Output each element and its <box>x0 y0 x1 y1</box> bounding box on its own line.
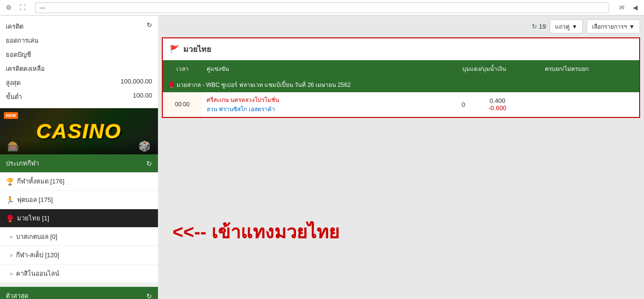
event-label: มวยสากล - WBC ซูเปอร์ ฟลายเวท แชมป์เปี้ย… <box>176 82 350 88</box>
ticket-label: ยอดปัญชี <box>6 50 31 60</box>
casino-banner[interactable]: NEW CASINO 🎰 🎲 <box>0 108 158 154</box>
select-label: เลือกรายการฯ <box>592 22 627 31</box>
play-label: ยอดการเล่น <box>6 35 38 46</box>
casino-chip-right: 🎲 <box>139 140 151 152</box>
casino-title: CASINO <box>36 120 122 143</box>
odds-center-value: 0 <box>462 101 465 108</box>
match-row[interactable]: 00:00 ศรีสะเกษ นครหลวงโปรโมชั่น ฮวน ฟราน… <box>163 92 639 117</box>
match-time: 00:00 <box>163 92 202 117</box>
refresh-icon: ↻ <box>532 23 537 30</box>
sidebar: เครดิต ↻ ยอดการเล่น ยอดปัญชี เครดิตคงเหล… <box>0 16 158 299</box>
address-bar[interactable]: --- <box>35 2 609 13</box>
account-refresh-icon[interactable]: ↻ <box>147 21 152 32</box>
max-value: 100,000.00 <box>121 78 152 88</box>
account-section: เครดิต ↻ ยอดการเล่น ยอดปัญชี เครดิตคงเหล… <box>0 16 158 108</box>
min-value: 100.00 <box>133 92 152 102</box>
sidebar-item-all-sports[interactable]: 🏆 กีฬาทั้งหมด [176] <box>0 172 158 191</box>
sidebar-item-muaythai[interactable]: 🥊 มวยไทย [1] <box>0 209 158 228</box>
refresh-count: ↻ 19 <box>532 23 546 30</box>
casino-online-label: คาสิโนออนไลน์ <box>16 268 59 279</box>
remaining-label: เครดิตคงเหลือ <box>6 64 45 74</box>
event-row: 🥊 มวยสากล - WBC ซูเปอร์ ฟลายเวท แชมป์เปี… <box>163 77 639 92</box>
sports-section-header: ประเภทกีฬา ↻ <box>0 154 158 172</box>
muaythai-flag-icon: 🚩 <box>170 45 179 54</box>
th-status: ครบยก/ไม่ครบยก <box>523 60 610 77</box>
muaythai-header: 🚩 มวยไทย <box>163 38 639 60</box>
casino-chip-left: 🎰 <box>7 140 19 152</box>
max-row: สูงสุด 100,000.00 <box>6 76 152 90</box>
min-row: ขั้นต่ำ 100.00 <box>6 90 152 104</box>
mail-icon[interactable]: ✉ <box>617 3 627 13</box>
odds-refresh-icon[interactable]: ↻ <box>146 292 152 299</box>
step-label: กีฬา-สเต็ป [120] <box>16 250 59 260</box>
step-prefix: » <box>10 252 13 259</box>
odds-table: เวลา คู่แข่งขัน บุมแดง/บุมน้ำเงิน ครบยก/… <box>163 60 639 117</box>
main-container: เครดิต ↻ ยอดการเล่น ยอดปัญชี เครดิตคงเหล… <box>0 16 644 299</box>
sports-header-label: ประเภทกีฬา <box>6 158 39 168</box>
max-label: สูงสุด <box>6 78 20 88</box>
sidebar-item-casino-online[interactable]: » คาสิโนออนไลน์ <box>0 265 158 283</box>
th-time: เวลา <box>163 60 202 77</box>
pair-label: แถวคู่ <box>555 22 570 31</box>
muaythai-icon: 🥊 <box>6 215 14 222</box>
extra-cell <box>610 92 639 117</box>
status-cell <box>523 92 610 117</box>
content-controls: ↻ 19 แถวคู่ ▼ เลือกรายการฯ ▼ <box>162 19 640 33</box>
th-odds: บุมแดง/บุมน้ำเงิน <box>445 60 523 77</box>
teams-cell: ศรีสะเกษ นครหลวงโปรโมชั่น ฮวน ฟรานซิสโก … <box>202 92 445 117</box>
team2-name: ฮวน ฟรานซิสโก เอสตราด้า <box>207 104 440 114</box>
odds-top-value: 0.400 <box>488 97 506 104</box>
basketball-prefix: » <box>10 233 13 240</box>
address-text: --- <box>39 4 45 11</box>
pair-button[interactable]: แถวคู่ ▼ <box>550 19 583 33</box>
expand-icon[interactable]: ⛶ <box>17 3 27 13</box>
all-sports-icon: 🏆 <box>6 178 14 185</box>
top-bar-left: ⚙ ⛶ <box>0 3 31 13</box>
team1-name: ศรีสะเกษ นครหลวงโปรโมชั่น <box>207 95 440 104</box>
football-icon: 🏃 <box>6 196 14 204</box>
sports-list: 🏆 กีฬาทั้งหมด [176] 🏃 ฟุตบอล [175] 🥊 มวย… <box>0 172 158 283</box>
pair-dropdown-icon: ▼ <box>572 23 577 30</box>
event-icon: 🥊 <box>168 82 175 88</box>
football-label: ฟุตบอล [175] <box>17 195 53 205</box>
event-row-cell: 🥊 มวยสากล - WBC ซูเปอร์ ฟลายเวท แชมป์เปี… <box>163 77 639 92</box>
casino-new-badge: NEW <box>4 112 18 119</box>
ticket-row: ยอดปัญชี <box>6 48 152 62</box>
th-match: คู่แข่งขัน <box>202 60 445 77</box>
muaythai-section-title: มวยไทย <box>183 43 211 55</box>
odds-header-label: ตัวล่าสุด <box>6 291 28 299</box>
muaythai-section: 🚩 มวยไทย เวลา คู่แข่งขัน บุมแดง/บุมน้ำเง… <box>162 37 640 118</box>
top-bar: ⚙ ⛶ --- ✉ ◀ <box>0 0 644 16</box>
casino-prefix: » <box>10 270 13 277</box>
th-empty1 <box>610 60 639 77</box>
content-area: ↻ 19 แถวคู่ ▼ เลือกรายการฯ ▼ 🚩 มวยไทย <box>158 16 644 299</box>
credit-label: เครดิต <box>6 21 23 32</box>
top-bar-right: ✉ ◀ <box>613 3 644 13</box>
odds-section-header: ตัวล่าสุด ↻ <box>0 287 158 299</box>
odds-cell: 0 0.400 -0.600 <box>445 92 523 117</box>
basketball-label: บาสเกตบอล [0] <box>16 232 57 242</box>
remaining-row: เครดิตคงเหลือ <box>6 62 152 76</box>
sports-refresh-icon[interactable]: ↻ <box>146 160 152 167</box>
sidebar-item-basketball[interactable]: » บาสเกตบอล [0] <box>0 228 158 246</box>
odds-bottom-value: -0.600 <box>488 104 506 112</box>
sidebar-item-step[interactable]: » กีฬา-สเต็ป [120] <box>0 246 158 265</box>
sidebar-item-football[interactable]: 🏃 ฟุตบอล [175] <box>0 191 158 209</box>
min-label: ขั้นต่ำ <box>6 92 22 102</box>
credit-row: เครดิต ↻ <box>6 19 152 33</box>
select-dropdown-icon: ▼ <box>629 23 635 30</box>
refresh-number: 19 <box>539 23 546 30</box>
all-sports-label: กีฬาทั้งหมด [176] <box>17 176 65 186</box>
muaythai-label: มวยไทย [1] <box>17 213 49 223</box>
settings-icon[interactable]: ⚙ <box>4 3 14 13</box>
audio-icon[interactable]: ◀ <box>630 3 640 13</box>
table-header-row: เวลา คู่แข่งขัน บุมแดง/บุมน้ำเงิน ครบยก/… <box>163 60 639 77</box>
play-row: ยอดการเล่น <box>6 33 152 48</box>
select-button[interactable]: เลือกรายการฯ ▼ <box>587 19 640 33</box>
